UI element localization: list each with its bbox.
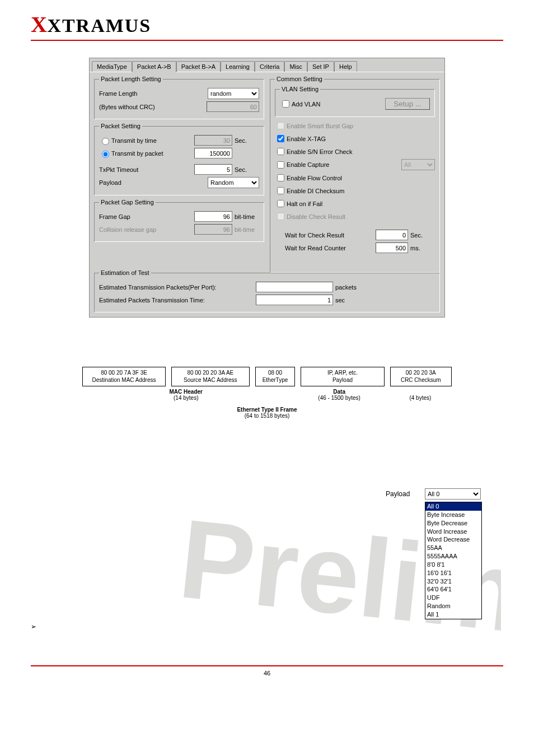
tab-mediatype[interactable]: MediaType xyxy=(92,61,132,72)
input-txpkt-timeout[interactable] xyxy=(194,164,232,175)
heading-ps: Packet Setting xyxy=(41,623,88,631)
legend-pls: Packet Length Setting xyxy=(99,76,163,82)
tab-setip[interactable]: Set IP xyxy=(307,61,334,72)
chk-xtag[interactable] xyxy=(277,135,284,142)
legend-pgs: Packet Gap Setting xyxy=(99,199,156,206)
input-by-packet[interactable] xyxy=(194,148,232,158)
tab-packet-ba[interactable]: Packet B->A xyxy=(176,61,221,72)
list-item[interactable]: 16'0 16'1 xyxy=(425,569,481,577)
label-est-pkts: Estimated Transmission Packets(Per Port)… xyxy=(99,284,233,291)
footer: NuStreams-2000i/600i with NuApps-MultiUn… xyxy=(31,678,503,684)
label-dichecksum: Enable DI Checksum xyxy=(287,188,344,194)
radio-by-time[interactable] xyxy=(102,138,109,145)
list-item[interactable]: Byte Decrease xyxy=(425,519,481,528)
group-packet-setting: Packet Setting Transmit by time Sec. Tra… xyxy=(94,123,264,195)
frame-eth: 08 00EtherType xyxy=(255,367,296,386)
text-pls-2: The frame length doesn't include CRC. xyxy=(41,349,503,357)
list-item[interactable]: Random xyxy=(425,602,481,610)
chk-snerror[interactable] xyxy=(277,148,284,155)
select-payload-doc[interactable]: All 0 xyxy=(425,488,481,500)
input-bytes-nocrc xyxy=(207,101,259,112)
bullet-icon: ➢ xyxy=(31,333,36,341)
unit-bittime2: bit-time xyxy=(235,226,259,233)
label-by-packet: Transmit by packet xyxy=(111,150,194,157)
select-frame-length[interactable]: random xyxy=(208,88,259,99)
dialog: MediaType Packet A->B Packet B->A Learni… xyxy=(89,58,445,318)
unit-est-time: sec xyxy=(335,297,360,304)
divider xyxy=(31,665,503,666)
label-crc-bytes: (4 bytes) xyxy=(389,389,452,401)
frame-payload: IP, ARP, etc.Payload xyxy=(301,367,384,386)
tab-learning[interactable]: Learning xyxy=(221,61,255,72)
label-frame-length: Frame Length xyxy=(99,90,208,97)
list-item[interactable]: 5555AAAA xyxy=(425,552,481,561)
label-est-time: Estimated Packets Transmission Time: xyxy=(99,297,233,304)
chk-haltfail[interactable] xyxy=(277,200,284,207)
heading-payload: Payload xyxy=(41,486,67,494)
input-frame-gap[interactable] xyxy=(194,211,232,222)
radio-by-packet[interactable] xyxy=(102,151,109,158)
brand-logo: XXTRAMUS xyxy=(31,11,503,38)
legend-ps: Packet Setting xyxy=(99,123,142,129)
unit-est-pkts: packets xyxy=(335,284,360,291)
input-collision-gap xyxy=(194,224,232,235)
label-capture: Enable Capture xyxy=(287,161,401,168)
input-wait-check[interactable] xyxy=(376,230,408,240)
label-byteinc: Byte Increase: xyxy=(55,525,101,533)
heading-pls: Packet Length Setting xyxy=(41,333,112,341)
group-estimation: Estimation of Test Estimated Transmissio… xyxy=(94,269,440,312)
bullet-icon: • xyxy=(48,502,50,511)
label-data: Data(46 - 1500 bytes) xyxy=(296,389,383,401)
chk-capture[interactable] xyxy=(277,161,284,169)
label-wait-read: Wait for Read Counter xyxy=(285,245,376,251)
list-item[interactable]: UDF xyxy=(425,594,481,602)
bullet-icon: • xyxy=(48,634,50,643)
input-est-pkts xyxy=(256,282,333,292)
input-wait-read[interactable] xyxy=(376,242,408,253)
label-wait-check: Wait for Check Result xyxy=(285,232,376,239)
label-flowctrl: Enable Flow Control xyxy=(287,175,342,181)
bullet-icon: ➢ xyxy=(31,623,36,631)
chk-flowctrl[interactable] xyxy=(277,174,284,181)
chk-add-vlan[interactable] xyxy=(282,100,289,108)
list-item[interactable]: 32'0 32'1 xyxy=(425,577,481,586)
page-number: 46 xyxy=(31,670,503,676)
unit-sec2: Sec. xyxy=(235,166,259,173)
unit-wait-read: ms. xyxy=(410,245,435,251)
chk-disablecheck xyxy=(277,213,284,220)
list-item[interactable]: Word Decrease xyxy=(425,535,481,544)
list-item[interactable]: 8'0 8'1 xyxy=(425,561,481,569)
label-smartburst: Enable Smart Burst Gap xyxy=(287,123,353,129)
label-payload-combo: Payload xyxy=(386,490,425,498)
tab-criteria[interactable]: Criteria xyxy=(255,61,284,72)
group-packet-gap: Packet Gap Setting Frame Gap bit-time Co… xyxy=(94,199,264,242)
label-txpkt-timeout: TxPkt Timeout xyxy=(99,166,194,173)
unit-bittime1: bit-time xyxy=(235,213,259,220)
tab-packet-ab[interactable]: Packet A->B xyxy=(132,61,176,72)
group-vlan: VLAN Setting Add VLAN Setup ... xyxy=(275,86,435,117)
unit-sec1: Sec. xyxy=(235,137,259,144)
chk-smartburst xyxy=(277,122,284,129)
frame-crc: 00 20 20 3ACRC Checksum xyxy=(390,367,452,386)
group-packet-length: Packet Length Setting Frame Length rando… xyxy=(94,76,264,119)
label-xtag: Enable X-TAG xyxy=(287,136,326,142)
list-item[interactable]: Word Increase xyxy=(425,528,481,536)
list-item[interactable]: 55AA xyxy=(425,544,481,552)
label-disablecheck: Disable Check Result xyxy=(287,213,345,220)
btn-vlan-setup: Setup ... xyxy=(385,98,430,110)
list-item[interactable]: Byte Increase xyxy=(425,511,481,519)
tab-misc[interactable]: Misc xyxy=(284,61,307,72)
payload-dropdown-list[interactable]: All 0 Byte Increase Byte Decrease Word I… xyxy=(425,502,482,619)
list-item[interactable]: 64'0 64'1 xyxy=(425,585,481,594)
tab-help[interactable]: Help xyxy=(334,61,357,72)
label-all0: ALL 0: xyxy=(55,503,76,511)
list-item[interactable]: All 1 xyxy=(425,610,481,619)
label-add-vlan: Add VLAN xyxy=(292,101,385,108)
divider xyxy=(31,40,503,41)
input-by-time xyxy=(194,135,232,146)
list-item[interactable]: All 0 xyxy=(425,502,481,511)
text-pls-1: Frame length : ... xyxy=(41,341,503,349)
chk-dichecksum[interactable] xyxy=(277,187,284,194)
select-payload[interactable]: Random xyxy=(208,177,259,188)
input-est-time xyxy=(256,295,333,305)
